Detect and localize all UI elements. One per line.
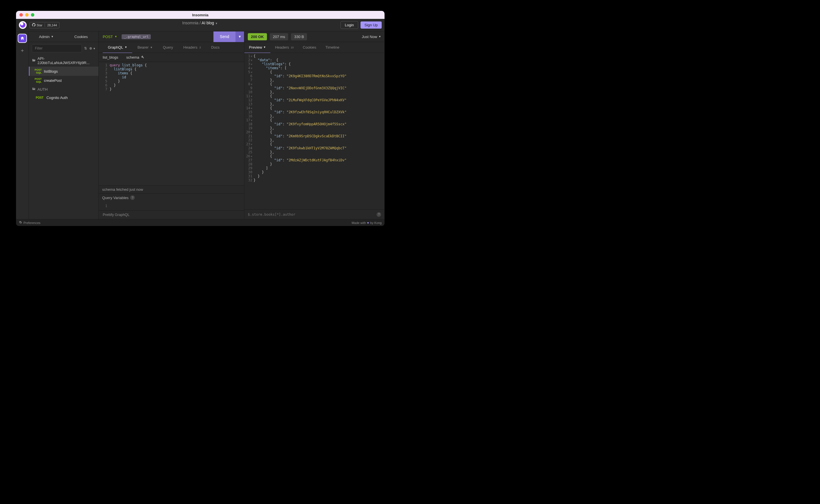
home-button[interactable] <box>18 34 27 43</box>
jsonpath-filter-input[interactable] <box>248 213 377 217</box>
sort-icon[interactable]: ⇅ <box>84 46 87 50</box>
wrench-icon <box>141 55 144 59</box>
main-body: ＋ Admin ▼ Cookies ⇅ ⊕ ▼ API-2J0bbTuLaNuk… <box>16 31 385 219</box>
response-tabs: Preview ▼ Headers10 Cookies Timeline <box>244 42 385 53</box>
response-tab-preview[interactable]: Preview ▼ <box>244 42 270 53</box>
heart-icon: ♥ <box>367 221 369 225</box>
login-button[interactable]: Login <box>340 21 358 29</box>
help-icon[interactable]: ? <box>130 195 135 200</box>
chevron-down-icon: ▼ <box>124 46 127 49</box>
chevron-down-icon: ▼ <box>114 35 117 38</box>
signup-button[interactable]: Sign Up <box>361 21 382 29</box>
history-dropdown[interactable]: Just Now ▼ <box>362 35 381 39</box>
time-pill: 207 ms <box>270 33 288 40</box>
sidebar-tab-cookies[interactable]: Cookies <box>64 31 99 42</box>
folder-open-icon <box>32 87 36 92</box>
add-workspace-button[interactable]: ＋ <box>20 47 25 54</box>
breadcrumb: Insomnia / AI blog ▼ <box>62 21 338 25</box>
help-icon[interactable]: ? <box>377 212 381 217</box>
method-badge: POSTGQL <box>35 78 42 83</box>
app-window: Insomnia Star 28,144 Insomnia / AI blog … <box>16 11 385 226</box>
preferences-link[interactable]: Preferences <box>23 221 40 225</box>
method-badge: POSTGQL <box>35 68 42 74</box>
request-tab-headers[interactable]: Headers2 <box>178 42 206 53</box>
request-pane: POST ▼ _.graphql_url Send ▼ GraphQL ▼ Be… <box>99 31 244 219</box>
chevron-down-icon: ▼ <box>263 46 266 49</box>
chevron-down-icon: ▼ <box>51 35 54 38</box>
response-json-viewer[interactable]: 1▼2▼3▼4▼5▼678▼91011▼121314▼151617▼181920… <box>244 53 385 209</box>
schema-status: schema fetched just now <box>99 185 244 193</box>
send-button[interactable]: Send <box>213 31 235 42</box>
graphql-editor[interactable]: 1234567 query list_blogs { listBlogs { i… <box>99 62 244 185</box>
footer: Preferences Made with ♥ by Kong <box>16 219 385 226</box>
query-variables-editor[interactable]: 1 <box>99 202 244 210</box>
request-tab-graphql[interactable]: GraphQL ▼ <box>103 42 132 53</box>
send-dropdown-button[interactable]: ▼ <box>235 31 244 42</box>
breadcrumb-root[interactable]: Insomnia <box>182 21 199 25</box>
folder-label: API-2J0bbTuLaNukJWSXRY6ji9R... <box>37 56 96 65</box>
query-variables-header[interactable]: Query Variables ? <box>99 193 244 202</box>
graphql-subtabs: list_blogs schema <box>99 53 244 62</box>
sidebar-filter-input[interactable] <box>32 44 82 52</box>
left-rail: ＋ <box>16 31 29 219</box>
size-pill: 330 B <box>291 33 307 40</box>
response-filter-row: ? <box>244 209 385 219</box>
response-tab-cookies[interactable]: Cookies <box>298 42 321 53</box>
add-request-button[interactable]: ⊕ ▼ <box>89 46 96 50</box>
chevron-down-icon[interactable]: ▼ <box>215 22 218 25</box>
app-logo[interactable] <box>19 21 27 29</box>
titlebar: Insomnia <box>16 11 385 19</box>
response-pane: 200 OK 207 ms 330 B Just Now ▼ Preview ▼… <box>244 31 385 219</box>
response-status-row: 200 OK 207 ms 330 B Just Now ▼ <box>244 31 385 42</box>
insomnia-logo-icon <box>20 22 25 28</box>
subtab-list-blogs[interactable]: list_blogs <box>103 55 118 59</box>
github-star-widget[interactable]: Star 28,144 <box>29 22 60 28</box>
prettify-graphql-button[interactable]: Prettify GraphQL <box>99 210 244 219</box>
home-icon <box>20 36 25 41</box>
github-icon <box>32 23 35 27</box>
header-bar: Star 28,144 Insomnia / AI blog ▼ Login S… <box>16 19 385 31</box>
sidebar-tab-admin[interactable]: Admin ▼ <box>29 31 64 42</box>
request-tabs: GraphQL ▼ Bearer ▼ Query Headers2 Docs <box>99 42 244 53</box>
breadcrumb-workspace[interactable]: AI blog <box>202 21 214 25</box>
sidebar-item-listblogs[interactable]: POSTGQLlistBlogs <box>29 67 98 76</box>
request-tab-bearer[interactable]: Bearer ▼ <box>132 42 158 53</box>
url-bar: POST ▼ _.graphql_url Send ▼ <box>99 31 244 42</box>
status-pill: 200 OK <box>248 33 267 40</box>
method-selector[interactable]: POST ▼ <box>103 35 117 39</box>
sidebar-item-createpost[interactable]: POSTGQLcreatePost <box>29 76 98 85</box>
github-star-label: Star <box>37 23 42 27</box>
sidebar-tabs: Admin ▼ Cookies <box>29 31 98 42</box>
sidebar-item-cognito-auth[interactable]: POST Cognito Auth <box>29 94 98 102</box>
method-badge-post: POST <box>36 96 43 99</box>
window-title: Insomnia <box>16 13 385 17</box>
sidebar: Admin ▼ Cookies ⇅ ⊕ ▼ API-2J0bbTuLaNukJW… <box>29 31 99 219</box>
gear-icon <box>19 221 22 225</box>
request-tab-docs[interactable]: Docs <box>206 42 225 53</box>
folder-open-icon <box>32 59 36 63</box>
sidebar-folder-api[interactable]: API-2J0bbTuLaNukJWSXRY6ji9R... <box>29 55 98 67</box>
response-tab-timeline[interactable]: Timeline <box>321 42 344 53</box>
request-tab-query[interactable]: Query <box>158 42 178 53</box>
subtab-schema[interactable]: schema <box>126 55 144 59</box>
chevron-down-icon: ▼ <box>150 46 152 49</box>
url-variable-chip[interactable]: _.graphql_url <box>122 34 151 39</box>
response-tab-headers[interactable]: Headers10 <box>270 42 298 53</box>
github-star-count: 28,144 <box>45 23 59 27</box>
chevron-down-icon: ▼ <box>379 35 381 38</box>
sidebar-folder-auth[interactable]: AUTH <box>29 85 98 94</box>
